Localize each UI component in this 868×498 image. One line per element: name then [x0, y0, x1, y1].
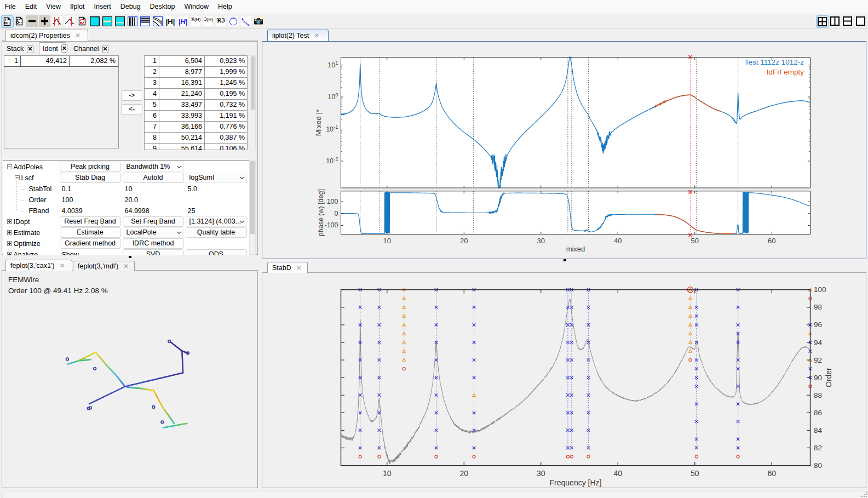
- unstable-pole-marker[interactable]: [587, 455, 590, 458]
- tree-node-label[interactable]: Order: [29, 194, 47, 205]
- stable-pole-marker[interactable]: [570, 429, 573, 432]
- expand-icon[interactable]: [7, 230, 12, 235]
- stable-pole-marker[interactable]: [473, 429, 476, 432]
- expand-icon[interactable]: [7, 252, 12, 255]
- menu-desktop[interactable]: Desktop: [145, 0, 180, 14]
- tab-stabd[interactable]: StabD ✕: [267, 262, 308, 273]
- stable-pole-marker[interactable]: [587, 393, 590, 397]
- stable-pole-marker[interactable]: [378, 323, 381, 327]
- new-pole-marker[interactable]: [403, 350, 406, 352]
- close-icon[interactable]: ✕: [102, 45, 108, 53]
- unstable-pole-marker[interactable]: [473, 455, 475, 458]
- stable-pole-marker[interactable]: [695, 376, 698, 379]
- stable-pole-marker[interactable]: [359, 393, 362, 397]
- stable-pole-marker[interactable]: [566, 376, 570, 379]
- stable-pole-marker[interactable]: [587, 306, 590, 309]
- unstable-pole-marker[interactable]: [403, 368, 405, 370]
- tree-value[interactable]: Show: [62, 249, 79, 255]
- mode-shape-wireframe[interactable]: [2, 271, 257, 488]
- new-pole-marker[interactable]: [403, 297, 406, 300]
- new-pole-marker[interactable]: [689, 306, 692, 308]
- stable-pole-marker[interactable]: [359, 306, 362, 309]
- stable-pole-marker[interactable]: [435, 323, 438, 327]
- toolbar-button-layout-two-axes[interactable]: [102, 15, 113, 27]
- stable-pole-marker[interactable]: [473, 447, 476, 450]
- stable-pole-marker[interactable]: [570, 376, 573, 379]
- stable-pole-marker[interactable]: [566, 358, 570, 362]
- collapse-icon[interactable]: [15, 175, 20, 180]
- collapse-icon[interactable]: [7, 164, 12, 169]
- table-cell[interactable]: 8,977: [159, 67, 205, 78]
- stable-pole-marker[interactable]: [570, 341, 573, 344]
- stable-pole-marker[interactable]: [737, 306, 740, 309]
- table-cell[interactable]: 5: [145, 100, 159, 111]
- expand-icon[interactable]: [7, 241, 12, 246]
- stable-pole-marker[interactable]: [695, 306, 698, 309]
- new-pole-marker[interactable]: [403, 323, 406, 326]
- menu-debug[interactable]: Debug: [116, 0, 145, 14]
- menu-window[interactable]: Window: [180, 0, 213, 14]
- estimate-estimate-button[interactable]: Estimate: [60, 227, 121, 238]
- toolbar-button-phase-H[interactable]: |H|: [177, 15, 189, 27]
- toolbar-button-unwrap-phase[interactable]: [240, 15, 252, 27]
- toolbar-button-window-layout-columns[interactable]: [829, 15, 841, 27]
- stable-pole-marker[interactable]: [435, 376, 438, 379]
- toolbar-button-snapshot-camera[interactable]: [253, 15, 265, 27]
- stable-pole-marker[interactable]: [378, 447, 381, 450]
- tree-node-label[interactable]: AddPoles: [14, 162, 43, 173]
- estimate-dropdown[interactable]: LocalPole: [123, 227, 184, 238]
- optimize-idrc-method-button[interactable]: IDRC method: [123, 238, 184, 249]
- close-icon[interactable]: ✕: [314, 32, 319, 39]
- table-cell[interactable]: 3: [145, 78, 159, 89]
- stable-pole-marker[interactable]: [566, 411, 570, 415]
- tree-node-label[interactable]: IDopt: [14, 216, 30, 227]
- stable-pole-marker[interactable]: [737, 341, 740, 344]
- stable-pole-marker[interactable]: [359, 447, 362, 450]
- table-cell[interactable]: 33,497: [159, 100, 205, 111]
- menu-view[interactable]: View: [42, 0, 66, 14]
- toolbar-button-pole-pick[interactable]: [64, 15, 76, 27]
- menu-file[interactable]: File: [0, 0, 20, 14]
- stable-pole-marker[interactable]: [566, 393, 570, 397]
- table-cell[interactable]: 9: [145, 144, 159, 150]
- toolbar-button-real-imag-H[interactable]: ℜℑ: [215, 15, 227, 27]
- stable-pole-marker[interactable]: [566, 341, 570, 344]
- table-cell[interactable]: 16,391: [159, 78, 205, 89]
- stable-pole-marker[interactable]: [587, 411, 590, 415]
- scrollbar-thumb[interactable]: [251, 56, 255, 110]
- toolbar-button-window-layout-single[interactable]: [855, 15, 866, 27]
- menu-insert[interactable]: Insert: [89, 0, 116, 14]
- lscf-autoid-button[interactable]: AutoId: [123, 173, 184, 183]
- stable-pole-marker[interactable]: [737, 403, 740, 406]
- table-cell[interactable]: 50,214: [159, 133, 205, 144]
- stable-pole-marker[interactable]: [570, 306, 573, 309]
- stable-pole-marker[interactable]: [473, 411, 476, 415]
- stable-pole-marker[interactable]: [435, 411, 438, 415]
- stable-pole-marker[interactable]: [695, 367, 698, 370]
- tree-node-label[interactable]: Estimate: [14, 227, 41, 238]
- toolbar-button-real-H[interactable]: ℜ(H): [190, 15, 202, 27]
- close-icon[interactable]: ✕: [296, 264, 302, 272]
- new-pole-marker[interactable]: [403, 358, 406, 361]
- new-pole-marker[interactable]: [403, 314, 406, 317]
- tree-node-label[interactable]: Lscf: [21, 173, 34, 184]
- toolbar-button-abs-H[interactable]: |H|: [165, 15, 176, 27]
- idopt-set-freq-band-button[interactable]: Set Freq Band: [123, 216, 184, 227]
- toolbar-button-overlay-curves[interactable]: [152, 15, 164, 27]
- stable-pole-marker[interactable]: [473, 358, 476, 362]
- toolbar-button-zoom-out[interactable]: [26, 15, 38, 27]
- stable-pole-marker[interactable]: [473, 376, 476, 379]
- analyze-svd-button[interactable]: SVD: [123, 249, 184, 255]
- stable-pole-marker[interactable]: [378, 411, 381, 415]
- toolbar-button-zoom-in[interactable]: [39, 15, 50, 27]
- unstable-pole-marker[interactable]: [737, 455, 739, 458]
- move-left-button[interactable]: <-: [121, 104, 142, 115]
- stable-pole-marker[interactable]: [570, 411, 573, 415]
- table-cell[interactable]: 0,923 %: [205, 56, 248, 67]
- stable-pole-marker[interactable]: [378, 358, 381, 362]
- new-pole-marker[interactable]: [689, 323, 692, 326]
- table-cell[interactable]: 0,106 %: [205, 144, 248, 150]
- stable-pole-marker[interactable]: [473, 341, 476, 344]
- toolbar-button-window-layout-rows[interactable]: [842, 15, 853, 27]
- table-cell[interactable]: 1: [145, 56, 159, 67]
